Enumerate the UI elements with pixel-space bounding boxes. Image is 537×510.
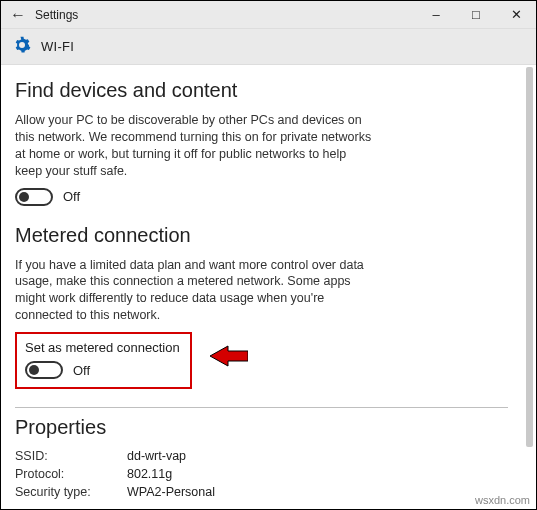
properties-table: SSID: dd-wrt-vap Protocol: 802.11g Secur…: [15, 449, 508, 499]
metered-highlight-box: Set as metered connection Off: [15, 332, 192, 389]
section-divider: [15, 407, 508, 408]
property-key: Security type:: [15, 485, 127, 499]
titlebar: ← Settings – □ ✕: [1, 1, 536, 29]
find-devices-toggle[interactable]: [15, 188, 53, 206]
arrow-annotation-icon: [210, 344, 248, 372]
metered-toggle-state: Off: [73, 363, 90, 378]
watermark: wsxdn.com: [475, 494, 530, 506]
metered-toggle-row: Off: [25, 361, 180, 379]
close-button[interactable]: ✕: [496, 1, 536, 29]
minimize-button[interactable]: –: [416, 1, 456, 29]
find-devices-toggle-state: Off: [63, 189, 80, 204]
property-key: SSID:: [15, 449, 127, 463]
property-key: Protocol:: [15, 467, 127, 481]
page-header: WI-FI: [1, 29, 536, 65]
property-val: dd-wrt-vap: [127, 449, 186, 463]
content-area: Find devices and content Allow your PC t…: [1, 65, 524, 509]
property-row: SSID: dd-wrt-vap: [15, 449, 508, 463]
gear-icon: [13, 36, 31, 58]
metered-heading: Metered connection: [15, 224, 508, 247]
property-val: WPA2-Personal: [127, 485, 215, 499]
metered-desc: If you have a limited data plan and want…: [15, 257, 375, 325]
find-devices-heading: Find devices and content: [15, 79, 508, 102]
scrollbar[interactable]: [526, 67, 533, 447]
metered-option-label: Set as metered connection: [25, 340, 180, 355]
metered-toggle[interactable]: [25, 361, 63, 379]
window-title: Settings: [35, 8, 78, 22]
maximize-button[interactable]: □: [456, 1, 496, 29]
find-devices-desc: Allow your PC to be discoverable by othe…: [15, 112, 375, 180]
properties-heading: Properties: [15, 416, 508, 439]
back-button[interactable]: ←: [1, 1, 35, 29]
find-devices-toggle-row: Off: [15, 188, 508, 206]
property-row: Security type: WPA2-Personal: [15, 485, 508, 499]
page-title: WI-FI: [41, 39, 74, 54]
property-val: 802.11g: [127, 467, 172, 481]
property-row: Protocol: 802.11g: [15, 467, 508, 481]
svg-marker-0: [210, 346, 248, 366]
